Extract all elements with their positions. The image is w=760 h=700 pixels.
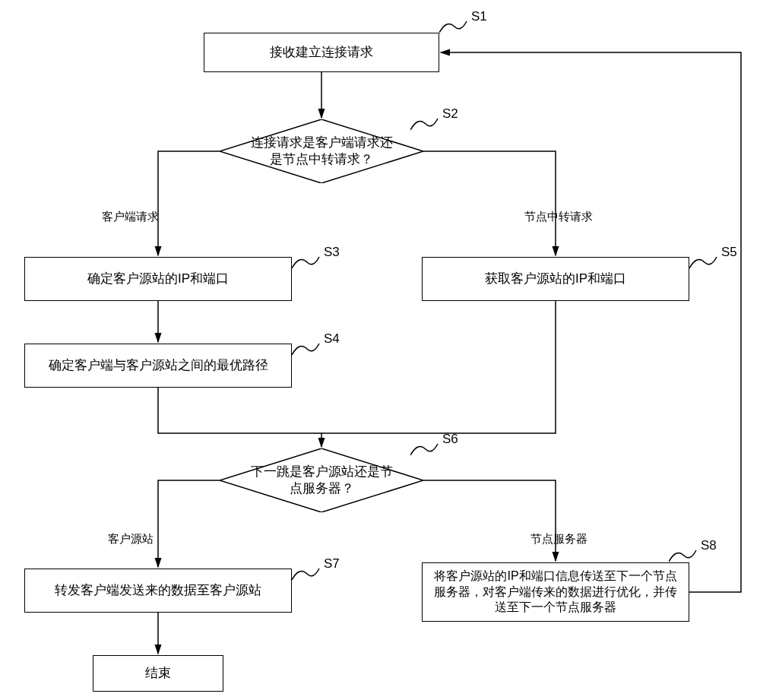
- node-s2-text: 连接请求是客户端请求还是节点中转请求？: [250, 135, 393, 168]
- node-s4: 确定客户端与客户源站之间的最优路径: [24, 344, 292, 388]
- label-s6: S6: [442, 432, 458, 447]
- node-s7: 转发客户端发送来的数据至客户源站: [24, 569, 292, 613]
- node-s4-text: 确定客户端与客户源站之间的最优路径: [49, 357, 268, 374]
- node-s6-text: 下一跳是客户源站还是节点服务器？: [250, 464, 393, 497]
- edge-label-s2-left: 客户端请求: [102, 210, 159, 224]
- edge-label-s2-right: 节点中转请求: [524, 210, 593, 224]
- label-s8: S8: [701, 538, 717, 553]
- leader-s8: [669, 544, 699, 567]
- node-s1: 接收建立连接请求: [204, 33, 439, 72]
- node-s8: 将客户源站的IP和端口信息传送至下一个节点服务器，对客户端传来的数据进行优化，并…: [422, 562, 689, 622]
- node-s7-text: 转发客户端发送来的数据至客户源站: [55, 582, 261, 599]
- node-s3: 确定客户源站的IP和端口: [24, 257, 292, 301]
- leader-s3: [292, 251, 322, 274]
- leader-s1: [439, 15, 470, 38]
- node-end: 结束: [93, 655, 223, 692]
- leader-s7: [292, 562, 322, 585]
- label-s2: S2: [442, 106, 458, 122]
- node-s1-text: 接收建立连接请求: [270, 44, 373, 61]
- node-s5-text: 获取客户源站的IP和端口: [485, 271, 626, 287]
- node-s8-text: 将客户源站的IP和端口信息传送至下一个节点服务器，对客户端传来的数据进行优化，并…: [429, 569, 682, 616]
- label-s3: S3: [324, 245, 340, 260]
- node-end-text: 结束: [145, 665, 171, 682]
- node-s2: 连接请求是客户端请求还是节点中转请求？: [220, 119, 423, 183]
- label-s1: S1: [471, 9, 487, 24]
- node-s6: 下一跳是客户源站还是节点服务器？: [220, 448, 423, 512]
- leader-s2: [410, 112, 441, 135]
- label-s7: S7: [324, 556, 340, 572]
- edge-label-s6-right: 节点服务器: [530, 532, 587, 546]
- leader-s5: [689, 251, 720, 274]
- node-s3-text: 确定客户源站的IP和端口: [87, 271, 229, 287]
- leader-s4: [292, 337, 322, 360]
- label-s5: S5: [721, 245, 737, 260]
- node-s5: 获取客户源站的IP和端口: [422, 257, 689, 301]
- leader-s6: [410, 438, 441, 461]
- edge-label-s6-left: 客户源站: [108, 532, 154, 546]
- label-s4: S4: [324, 331, 340, 347]
